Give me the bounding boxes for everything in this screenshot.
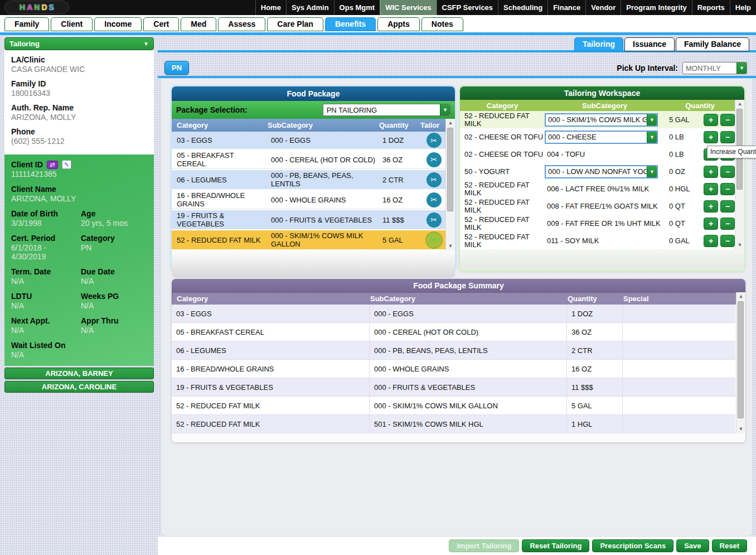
decrease-quantity-button[interactable]: − — [720, 166, 735, 178]
decrease-quantity-button[interactable]: − — [720, 183, 735, 195]
scroll-up-icon[interactable]: ▲ — [446, 119, 455, 127]
category-pn-tab[interactable]: PN — [164, 61, 189, 75]
scroll-down-icon[interactable]: ▼ — [736, 425, 745, 433]
weeks-pg-value: N/A — [81, 301, 147, 310]
save-button[interactable]: Save — [676, 539, 709, 552]
import-tailoring-button[interactable]: Import Tailoring — [449, 539, 519, 552]
topnav-scheduling[interactable]: Scheduling — [498, 0, 547, 15]
increase-quantity-button[interactable]: + — [704, 235, 718, 247]
subcategory-select[interactable]: 000 - SKIM/1% COWS MILK GA▼ — [545, 113, 658, 127]
switch-client-icon[interactable]: ⇄ — [47, 161, 58, 169]
summary-row: 16 - BREAD/WHOLE GRAINS000 - WHOLE GRAIN… — [172, 360, 735, 378]
increase-quantity-button[interactable]: + — [704, 166, 718, 178]
food-package-row[interactable]: 05 - BREAKFAST CEREAL 000 - CEREAL (HOT … — [172, 150, 445, 170]
term-date-value: N/A — [11, 277, 77, 286]
decrease-quantity-button[interactable]: − — [720, 200, 735, 213]
topnav-reports[interactable]: Reports — [692, 0, 730, 15]
topnav-sys-admin[interactable]: Sys Admin — [286, 0, 334, 15]
package-selection-select[interactable]: PN TAILORING ▼ — [323, 104, 450, 116]
phone-label: Phone — [11, 127, 147, 136]
increase-quantity-button[interactable]: + — [704, 114, 718, 126]
reset-tailoring-button[interactable]: Reset Tailoring — [522, 539, 589, 552]
age-label: Age — [81, 209, 147, 218]
dob-value: 3/3/1998 — [11, 219, 77, 228]
topnav-ops-mgmt[interactable]: Ops Mgmt — [334, 0, 380, 15]
view-tab-tailoring[interactable]: Tailoring — [574, 37, 623, 51]
tailor-scissors-button[interactable]: ✂ — [427, 152, 442, 167]
scroll-thumb[interactable] — [447, 128, 453, 211]
decrease-quantity-button[interactable]: − — [720, 218, 735, 230]
scroll-thumb[interactable] — [738, 301, 744, 418]
topnav-home[interactable]: Home — [255, 0, 286, 15]
tailor-scissors-button-active[interactable]: ✂ — [427, 233, 442, 248]
tab-appts[interactable]: Appts — [377, 17, 420, 31]
tab-care-plan[interactable]: Care Plan — [267, 17, 323, 31]
food-package-row[interactable]: 06 - LEGUMES 000 - PB, BEANS, PEAS, LENT… — [172, 170, 445, 190]
food-package-row-selected[interactable]: 52 - REDUCED FAT MILK 000 - SKIM/1% COWS… — [172, 230, 445, 250]
summary-title: Food Package Summary — [172, 279, 745, 292]
chevron-down-icon: ▼ — [440, 104, 450, 115]
subcategory-select[interactable]: 000 - CHEESE▼ — [545, 131, 658, 144]
increase-quantity-button[interactable]: + — [704, 131, 718, 143]
edit-client-icon[interactable]: ✎ — [62, 160, 71, 169]
tailor-scissors-button[interactable]: ✂ — [427, 192, 442, 207]
topnav-program-integrity[interactable]: Program Integrity — [621, 0, 691, 15]
decrease-quantity-button[interactable]: − — [720, 131, 735, 143]
family-member-button[interactable]: ARIZONA, BARNEY — [4, 368, 154, 379]
view-tab-family-balance[interactable]: Family Balance — [676, 37, 749, 51]
tailor-scissors-button[interactable]: ✂ — [427, 172, 442, 187]
scroll-down-icon[interactable]: ▼ — [735, 241, 744, 249]
reset-button[interactable]: Reset — [712, 539, 747, 552]
topnav-csfp-services[interactable]: CSFP Services — [437, 0, 498, 15]
tailoring-workspace-panel: Tailoring Workspace Category SubCategory… — [460, 86, 744, 271]
tab-benefits[interactable]: Benefits — [325, 17, 376, 31]
dob-label: Date of Birth — [11, 209, 77, 218]
topnav-finance[interactable]: Finance — [547, 0, 585, 15]
topnav-help[interactable]: Help — [730, 0, 756, 15]
tailoring-workspace-title: Tailoring Workspace — [460, 86, 744, 100]
family-member-button[interactable]: ARIZONA, CAROLINE — [4, 381, 154, 393]
summary-scrollbar[interactable]: ▲ ▼ — [736, 292, 745, 433]
topnav-wic-services[interactable]: WIC Services — [380, 0, 436, 15]
chevron-down-icon: ▼ — [647, 132, 657, 143]
increase-quantity-button[interactable]: + — [704, 218, 718, 230]
chevron-down-icon: ▼ — [736, 62, 747, 74]
client-name-value: ARIZONA, MOLLY — [11, 194, 147, 203]
tailor-scissors-button[interactable]: ✂ — [427, 213, 442, 228]
workspace-row: 52 - REDUCED FAT MILK 006 - LACT FREE 0%… — [460, 180, 735, 197]
client-name-label: Client Name — [11, 185, 147, 194]
tab-med[interactable]: Med — [181, 17, 216, 31]
view-tab-issuance[interactable]: Issuance — [624, 37, 675, 51]
scroll-up-icon[interactable]: ▲ — [735, 100, 744, 108]
decrease-quantity-button[interactable]: − — [720, 114, 735, 126]
topnav-vendor[interactable]: Vendor — [585, 0, 621, 15]
family-id-label: Family ID — [11, 79, 147, 88]
wait-listed-value: N/A — [11, 350, 147, 359]
sidebar-view-select[interactable]: Tailoring ▼ — [4, 37, 154, 50]
prescription-scans-button[interactable]: Prescription Scans — [592, 539, 673, 552]
tab-assess[interactable]: Assess — [218, 17, 265, 31]
tailor-scissors-button[interactable]: ✂ — [427, 133, 442, 148]
food-package-row[interactable]: 16 - BREAD/WHOLE GRAINS 000 - WHOLE GRAI… — [172, 190, 445, 210]
family-id-value: 180016343 — [11, 89, 147, 98]
food-package-scrollbar[interactable]: ▲ ▼ — [445, 119, 455, 250]
food-package-column-header: Category SubCategory Quantity Tailor — [172, 119, 455, 132]
workspace-scrollbar[interactable]: ▲ ▼ — [735, 100, 744, 249]
tab-notes[interactable]: Notes — [421, 17, 463, 31]
subcategory-select[interactable]: 000 - LOW AND NONFAT YOG▼ — [545, 165, 658, 178]
tab-cert[interactable]: Cert — [143, 17, 179, 31]
increase-quantity-button[interactable]: + — [704, 200, 718, 213]
scroll-up-icon[interactable]: ▲ — [736, 292, 745, 301]
tab-family[interactable]: Family — [4, 17, 49, 31]
tab-client[interactable]: Client — [51, 17, 93, 31]
decrease-quantity-button[interactable]: − — [720, 235, 735, 247]
food-package-row[interactable]: 19 - FRUITS & VEGETABLES 000 - FRUITS & … — [172, 210, 445, 230]
food-package-footer — [172, 250, 455, 278]
tab-income[interactable]: Income — [94, 17, 142, 31]
increase-quantity-button[interactable]: + — [704, 183, 718, 195]
package-selection-label: Package Selection: — [176, 105, 248, 114]
pickup-interval-select[interactable]: MONTHLY ▼ — [682, 62, 747, 74]
food-package-row[interactable]: 03 - EGGS 000 - EGGS 1 DOZ ✂ — [172, 132, 445, 150]
chevron-down-icon: ▼ — [647, 166, 657, 177]
scroll-down-icon[interactable]: ▼ — [446, 242, 455, 250]
